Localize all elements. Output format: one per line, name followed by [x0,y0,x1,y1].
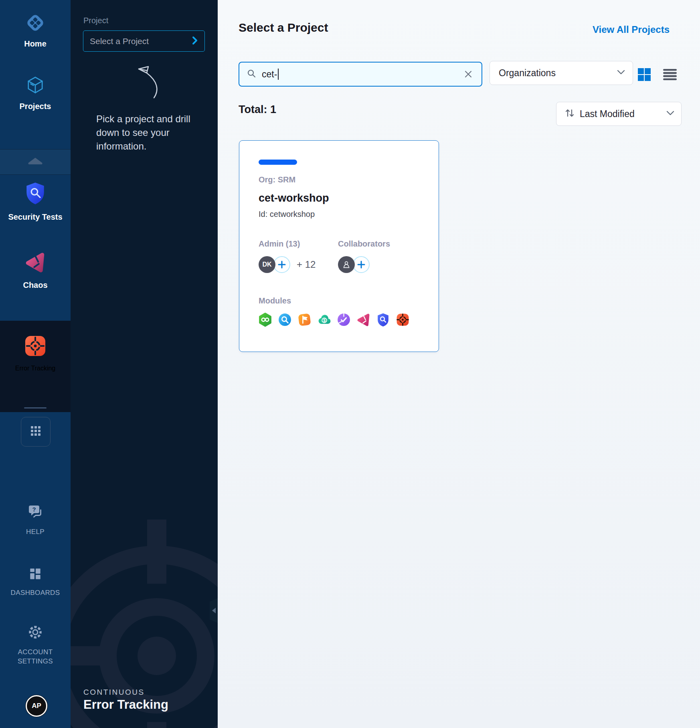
plus-icon [356,260,366,269]
ci-module-icon [258,312,273,327]
sort-dropdown[interactable]: Last Modified [556,102,682,126]
sidebar-item-projects[interactable]: Projects [0,75,71,111]
admin-avatar[interactable]: DK [259,256,275,273]
project-card-cet-workshop[interactable]: Org: SRM cet-workshop Id: cetworkshop Ad… [239,140,439,352]
app-root: Home Projects [0,0,700,728]
collapse-sidebar-section-button[interactable] [0,149,71,175]
gear-icon [27,624,44,642]
projects-cube-icon [26,75,45,96]
sidebar-item-label: DASHBOARDS [10,588,60,598]
project-selector[interactable]: Select a Project [83,30,205,52]
svg-text:$: $ [323,318,326,323]
admin-extra-count: + 12 [297,259,316,270]
sidebar-item-help[interactable]: ? HELP [0,504,71,537]
main-content: Select a Project View All Projects cet- … [218,0,700,728]
cloud-costs-module-icon: $ [317,312,332,327]
project-id: Id: cetworkshop [259,210,315,219]
admin-avatars: DK + 12 [259,256,316,273]
sidebar-item-label: Projects [20,102,51,111]
error-tracking-module-icon [395,312,410,327]
security-tests-module-icon [376,312,390,327]
view-all-projects-link[interactable]: View All Projects [593,24,670,35]
add-admin-button[interactable] [273,256,290,273]
sidebar-item-home[interactable]: Home [0,14,71,49]
plus-icon [277,260,287,269]
chaos-icon [24,251,47,275]
collaborator-avatar[interactable] [338,256,355,273]
chaos-module-icon [356,312,371,327]
project-scope-panel: Project Select a Project Pick a project … [71,0,218,728]
sidebar-item-label: ACCOUNT SETTINGS [7,648,63,666]
results-total: Total: 1 [239,103,276,116]
sidebar-item-label: Security Tests [8,212,62,222]
module-switcher-button[interactable] [21,417,51,447]
collapse-panel-handle[interactable] [210,598,218,623]
clear-search-button[interactable] [462,68,474,80]
sidebar-item-label: HELP [26,528,45,537]
sidebar-item-chaos[interactable]: Chaos [0,251,71,290]
list-view-toggle[interactable] [662,67,678,83]
person-icon [342,260,351,269]
cd-module-icon [277,312,292,327]
chevron-left-icon [212,608,216,613]
srm-module-icon [336,312,351,327]
sidebar-item-account-settings[interactable]: ACCOUNT SETTINGS [0,624,71,666]
sidebar-item-security-tests[interactable]: Security Tests [0,181,71,222]
sidebar-item-error-tracking-active[interactable]: Error Tracking [0,321,71,412]
security-tests-shield-icon [24,181,47,207]
feature-flags-module-icon [297,312,312,327]
project-section-label: Project [83,16,108,25]
primary-sidebar: Home Projects [0,0,71,728]
page-title: Select a Project [239,21,328,34]
collaborator-avatars [338,256,370,273]
home-icon [26,14,45,34]
user-avatar[interactable]: AP [26,695,47,717]
svg-text:?: ? [32,506,36,513]
list-view-icon [663,68,677,83]
admin-label: Admin (13) [259,239,300,249]
modules-label: Modules [259,296,291,305]
pick-project-hint: Pick a project and drill down to see you… [96,112,200,153]
help-chat-icon: ? [26,504,45,522]
sidebar-item-label: Error Tracking [15,365,55,372]
hand-drawn-arrow-illustration [126,61,164,103]
apps-grid-icon [29,424,42,439]
sidebar-item-label: Home [24,39,47,49]
brand-title: Error Tracking [83,698,168,712]
sidebar-item-dashboards[interactable]: DASHBOARDS [0,567,71,598]
project-selector-value: Select a Project [90,36,149,46]
project-org: Org: SRM [259,175,295,184]
organizations-filter-dropdown[interactable]: Organizations [490,61,633,85]
add-collaborator-button[interactable] [353,256,370,273]
chevron-up-icon [28,158,43,166]
search-input[interactable]: cet- [239,62,482,87]
avatar-initials: AP [32,702,41,710]
sort-arrows-icon [564,108,575,120]
chevron-right-icon [191,36,199,47]
search-icon [247,69,256,80]
chevron-down-icon [666,110,675,117]
error-tracking-target-icon [24,335,46,358]
sidebar-item-label: Chaos [23,281,47,290]
grid-view-toggle[interactable] [636,67,652,83]
project-name: cet-workshop [259,192,329,204]
sort-value: Last Modified [580,109,661,119]
sidebar-divider [24,407,47,408]
chevron-down-icon [617,69,625,77]
module-icons-row: $ [258,312,410,327]
dashboards-icon [28,567,42,583]
organizations-filter-value: Organizations [499,68,617,79]
grid-view-icon [637,67,651,83]
brand-kicker: CONTINUOUS [83,688,145,697]
search-value: cet- [262,69,277,80]
close-icon [464,70,473,79]
collaborators-label: Collaborators [338,239,390,249]
project-color-pill [259,160,297,165]
text-cursor [278,69,279,80]
